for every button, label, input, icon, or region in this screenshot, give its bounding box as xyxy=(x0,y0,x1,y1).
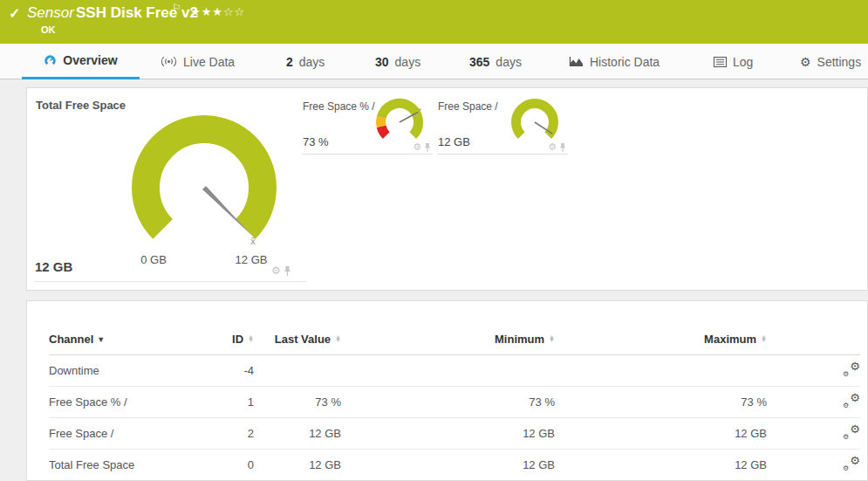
gauge-title-total-free-space: Total Free Space xyxy=(36,99,126,112)
gauge-current-value: 12 GB xyxy=(35,259,72,274)
gauge-current-value: 12 GB xyxy=(438,135,470,148)
channel-maximum: 12 GB xyxy=(555,418,767,450)
tab-label: Live Data xyxy=(183,55,235,69)
sensor-kind-label: Sensor xyxy=(27,4,74,22)
column-header-channel[interactable]: Channel▼ xyxy=(49,326,215,355)
average-marker: x̄ xyxy=(250,237,256,246)
tab-bar: Overview Live Data 2 days 30 days 365 da… xyxy=(0,44,868,79)
tab-day-count: 365 xyxy=(469,55,489,69)
sensor-header: ✓ Sensor SSH Disk Free v2 ⚐ ★★★☆☆ OK xyxy=(0,0,868,44)
channel-minimum: 12 GB xyxy=(341,418,555,450)
tab-settings[interactable]: ⚙ Settings xyxy=(800,44,861,79)
priority-stars[interactable]: ★★★☆☆ xyxy=(190,5,245,18)
channel-minimum: 73 % xyxy=(341,387,555,418)
column-header-maximum[interactable]: Maximum▲▼ xyxy=(555,326,767,355)
sort-desc-icon: ▼ xyxy=(97,335,105,344)
gear-icon[interactable]: ⚙ xyxy=(413,141,421,153)
status-ok-check-icon: ✓ xyxy=(9,5,20,22)
gear-icon[interactable]: ⚙ xyxy=(548,141,557,153)
tab-30-days[interactable]: 30 days xyxy=(375,44,420,79)
stars-filled: ★★★ xyxy=(190,5,223,18)
channel-last-value: 73 % xyxy=(254,387,341,418)
tile-divider xyxy=(34,281,306,282)
chart-icon xyxy=(569,56,584,67)
pin-icon[interactable] xyxy=(284,265,291,277)
pin-icon[interactable] xyxy=(424,142,431,153)
channel-name: Free Space / xyxy=(49,418,215,450)
log-icon xyxy=(714,57,727,67)
tab-log[interactable]: Log xyxy=(714,44,753,79)
channel-settings-cell: ⚙⚙ xyxy=(767,387,860,418)
channel-maximum: 73 % xyxy=(555,387,767,418)
channels-table: Channel▼ ID▲▼ Last Value▲▼ Minimum▲▼ Max… xyxy=(49,326,860,481)
tab-historic-data[interactable]: Historic Data xyxy=(569,44,660,79)
status-badge: OK xyxy=(41,24,56,35)
channel-id: 2 xyxy=(215,418,254,450)
tile-tools: ⚙ xyxy=(271,265,291,277)
tab-live-data[interactable]: Live Data xyxy=(161,44,235,79)
channel-settings-gears-icon[interactable]: ⚙⚙ xyxy=(843,457,860,471)
total-free-space-gauge[interactable]: x̄ xyxy=(126,107,291,247)
tab-label: days xyxy=(395,55,421,69)
stars-empty: ☆☆ xyxy=(223,5,245,18)
gauge-min-label: 0 GB xyxy=(127,253,180,266)
sort-both-icon: ▲▼ xyxy=(248,335,254,342)
tile-tools: ⚙ xyxy=(548,141,566,153)
flag-icon[interactable]: ⚐ xyxy=(172,2,181,14)
table-row-total-free-space: Total Free Space 0 12 GB 12 GB 12 GB ⚙⚙ xyxy=(49,450,860,481)
sort-both-icon: ▲▼ xyxy=(761,335,767,342)
channel-settings-gears-icon[interactable]: ⚙⚙ xyxy=(843,362,860,376)
channel-last-value xyxy=(254,355,341,387)
channel-settings-cell: ⚙⚙ xyxy=(767,418,860,450)
tab-365-days[interactable]: 365 days xyxy=(469,44,522,79)
gauge-icon xyxy=(44,54,57,67)
gear-icon[interactable]: ⚙ xyxy=(271,265,281,277)
overview-panel: Total Free Space x̄ 0 GB 12 GB 12 GB ⚙ F… xyxy=(26,87,868,291)
channel-settings-gears-icon[interactable]: ⚙⚙ xyxy=(843,394,860,408)
gauge-tile-free-space[interactable]: Free Space / 12 GB ⚙ xyxy=(437,95,568,155)
channel-name: Free Space % / xyxy=(49,387,215,418)
gauge-title: Free Space % / xyxy=(303,100,375,113)
table-header-row: Channel▼ ID▲▼ Last Value▲▼ Minimum▲▼ Max… xyxy=(49,326,860,355)
tab-label: Historic Data xyxy=(590,55,660,69)
tab-label: days xyxy=(496,55,522,69)
channel-settings-cell: ⚙⚙ xyxy=(767,355,860,387)
tab-label: Settings xyxy=(817,55,862,69)
column-header-actions xyxy=(767,326,860,355)
table-row-free-space-pct: Free Space % / 1 73 % 73 % 73 % ⚙⚙ xyxy=(49,387,860,418)
gauge-title: Free Space / xyxy=(438,100,498,113)
gauge-current-value: 73 % xyxy=(303,135,329,148)
channel-settings-cell: ⚙⚙ xyxy=(767,450,860,481)
tab-2-days[interactable]: 2 days xyxy=(286,44,325,79)
sort-both-icon: ▲▼ xyxy=(549,335,555,342)
channel-name: Total Free Space xyxy=(49,450,215,481)
column-header-minimum[interactable]: Minimum▲▼ xyxy=(341,326,555,355)
column-header-id[interactable]: ID▲▼ xyxy=(215,326,254,355)
sort-both-icon: ▲▼ xyxy=(335,335,341,342)
channel-maximum xyxy=(555,355,767,387)
channel-last-value: 12 GB xyxy=(254,450,341,481)
broadcast-icon xyxy=(161,56,177,67)
pin-icon[interactable] xyxy=(559,142,566,153)
channel-minimum xyxy=(341,355,555,387)
tab-day-count: 30 xyxy=(375,55,389,69)
channels-panel: Channel▼ ID▲▼ Last Value▲▼ Minimum▲▼ Max… xyxy=(26,300,868,481)
gauge-max-label: 12 GB xyxy=(225,253,277,266)
channel-id: -4 xyxy=(215,355,254,387)
table-row-free-space: Free Space / 2 12 GB 12 GB 12 GB ⚙⚙ xyxy=(49,418,860,450)
tab-day-count: 2 xyxy=(286,55,293,69)
tab-label: Overview xyxy=(63,53,117,67)
channel-maximum: 12 GB xyxy=(555,450,767,481)
gear-icon: ⚙ xyxy=(800,55,811,69)
channel-id: 0 xyxy=(215,450,254,481)
tile-tools: ⚙ xyxy=(413,141,431,153)
gauge-tile-free-space-pct[interactable]: Free Space % / 73 % ⚙ xyxy=(302,95,433,155)
channel-name: Downtime xyxy=(49,355,215,387)
table-row-downtime: Downtime -4 ⚙⚙ xyxy=(49,355,860,387)
tab-label: Log xyxy=(733,55,753,69)
channel-id: 1 xyxy=(215,387,254,418)
tab-overview[interactable]: Overview xyxy=(22,44,140,79)
column-header-last-value[interactable]: Last Value▲▼ xyxy=(254,326,341,355)
tab-label: days xyxy=(299,55,325,69)
channel-settings-gears-icon[interactable]: ⚙⚙ xyxy=(843,425,860,439)
